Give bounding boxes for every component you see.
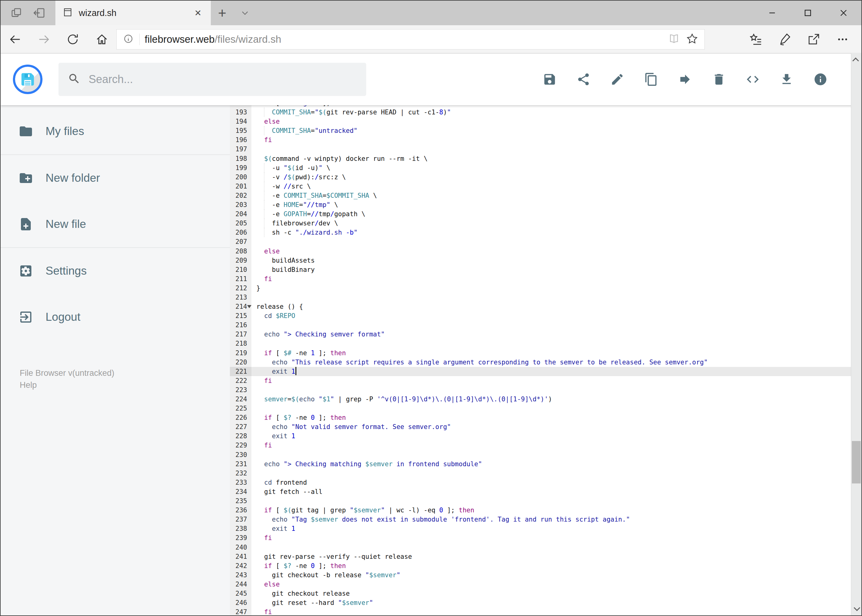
code-line[interactable] — [251, 469, 861, 478]
sidebar-item-settings[interactable]: Settings — [1, 248, 230, 294]
line-number[interactable]: 201 — [230, 182, 251, 191]
code-line[interactable]: COMMIT_SHA="untracked" — [251, 126, 861, 135]
code-line[interactable]: buildAssets — [251, 256, 861, 265]
line-number[interactable]: 221 — [230, 367, 251, 376]
search-box[interactable] — [58, 63, 366, 96]
code-line[interactable] — [251, 543, 861, 552]
line-number[interactable]: 214 — [230, 302, 251, 311]
code-line[interactable]: git fetch --all — [251, 487, 861, 497]
set-tabs-aside-icon[interactable] — [33, 6, 47, 20]
line-number[interactable]: 204 — [230, 209, 251, 218]
code-view-button[interactable] — [746, 72, 760, 86]
line-number[interactable]: 207 — [230, 237, 251, 246]
new-tab-button[interactable]: + — [211, 1, 233, 25]
code-line[interactable]: if [ $(git tag | grep "$semver" | wc -l)… — [251, 506, 861, 515]
line-number[interactable]: 236 — [230, 506, 251, 515]
line-number[interactable]: 219 — [230, 349, 251, 358]
code-line[interactable]: if [ $? -ne 0 ]; then — [251, 561, 861, 570]
line-number[interactable]: 193 — [230, 108, 251, 117]
share-icon[interactable] — [799, 25, 828, 53]
code-line[interactable]: fi — [251, 533, 861, 542]
line-number[interactable]: 203 — [230, 200, 251, 209]
line-number[interactable]: 220 — [230, 358, 251, 367]
help-link[interactable]: Help — [20, 379, 230, 391]
line-number[interactable]: 237 — [230, 515, 251, 524]
code-line[interactable]: echo "> Checking semver format" — [251, 330, 861, 339]
code-line[interactable] — [251, 404, 861, 413]
line-number[interactable]: 227 — [230, 422, 251, 432]
line-number[interactable]: 241 — [230, 552, 251, 561]
code-line[interactable]: -e HOME="//tmp" \ — [251, 200, 861, 209]
url-text[interactable]: filebrowser.web/files/wizard.sh — [145, 33, 663, 45]
line-number[interactable]: 246 — [230, 598, 251, 607]
fold-arrow-icon[interactable] — [247, 305, 251, 308]
code-line[interactable] — [251, 339, 861, 348]
line-number[interactable]: 239 — [230, 533, 251, 542]
scroll-up-icon[interactable] — [851, 53, 861, 67]
back-button[interactable] — [1, 25, 30, 53]
line-number[interactable]: 224 — [230, 394, 251, 404]
download-button[interactable] — [780, 72, 794, 86]
code-line[interactable]: git rev-parse --verify --quiet release — [251, 552, 861, 561]
line-number[interactable]: 232 — [230, 469, 251, 478]
line-number[interactable]: 194 — [230, 117, 251, 126]
line-number[interactable]: 223 — [230, 385, 251, 394]
edit-button[interactable] — [610, 72, 624, 86]
code-line[interactable]: release () { — [251, 302, 861, 311]
line-number[interactable]: 218 — [230, 339, 251, 348]
sidebar-item-my-files[interactable]: My files — [1, 108, 230, 154]
code-line[interactable]: else — [251, 580, 861, 589]
line-number[interactable]: 230 — [230, 450, 251, 459]
info-button[interactable] — [813, 72, 827, 86]
code-line[interactable]: fi — [251, 607, 861, 615]
code-line[interactable]: if [ $? -ne 0 ]; then — [251, 413, 861, 422]
more-icon[interactable] — [828, 25, 857, 53]
code-line[interactable]: if [ -d ".git" ]; then — [251, 105, 861, 108]
tab-preview-icon[interactable] — [9, 6, 24, 20]
favorite-star-icon[interactable] — [686, 32, 699, 47]
line-number[interactable]: 234 — [230, 487, 251, 497]
line-number[interactable]: 242 — [230, 561, 251, 570]
code-line[interactable] — [251, 450, 861, 459]
code-line[interactable]: } — [251, 284, 861, 293]
sidebar-item-logout[interactable]: Logout — [1, 294, 230, 340]
line-number[interactable]: 243 — [230, 570, 251, 580]
annotate-pen-icon[interactable] — [770, 25, 799, 53]
line-number[interactable]: 245 — [230, 589, 251, 598]
line-number[interactable]: 216 — [230, 321, 251, 330]
code-line[interactable]: -u "$(id -u)" \ — [251, 163, 861, 173]
code-line[interactable]: semver=$(echo "$1" | grep -P '^v(0|[1-9]… — [251, 394, 861, 404]
copy-button[interactable] — [644, 72, 658, 86]
line-number[interactable]: 197 — [230, 145, 251, 154]
delete-button[interactable] — [712, 72, 726, 86]
line-number[interactable]: 192 — [230, 105, 251, 108]
line-number[interactable]: 225 — [230, 404, 251, 413]
line-number[interactable]: 213 — [230, 293, 251, 302]
tab-close-icon[interactable]: ✕ — [192, 8, 204, 18]
line-number[interactable]: 215 — [230, 311, 251, 321]
browser-tab[interactable]: wizard.sh ✕ — [55, 1, 211, 25]
save-button[interactable] — [542, 72, 557, 86]
line-number[interactable]: 228 — [230, 432, 251, 441]
line-number[interactable]: 222 — [230, 376, 251, 385]
line-number[interactable]: 208 — [230, 247, 251, 256]
line-number[interactable]: 247 — [230, 607, 251, 615]
code-line[interactable]: exit 1 — [251, 432, 861, 441]
code-line[interactable]: git checkout -b release "$semver" — [251, 570, 861, 580]
code-line[interactable] — [251, 145, 861, 154]
line-number[interactable]: 240 — [230, 543, 251, 552]
code-line[interactable]: fi — [251, 441, 861, 450]
code-editor[interactable]: 192 if [ -d ".git" ]; then193 COMMIT_SHA… — [230, 105, 861, 615]
code-line[interactable]: fi — [251, 135, 861, 145]
code-line[interactable]: git checkout release — [251, 589, 861, 598]
line-number[interactable]: 217 — [230, 330, 251, 339]
code-line[interactable]: -e COMMIT_SHA=$COMMIT_SHA \ — [251, 191, 861, 200]
maximize-button[interactable] — [790, 1, 826, 25]
reading-view-icon[interactable] — [668, 32, 681, 46]
line-number[interactable]: 211 — [230, 274, 251, 284]
code-line[interactable]: echo "Not valid semver format. See semve… — [251, 422, 861, 432]
code-line[interactable]: sh -c "./wizard.sh -b" — [251, 228, 861, 237]
code-line[interactable]: exit 1 — [251, 367, 861, 376]
code-line[interactable]: exit 1 — [251, 524, 861, 533]
code-line[interactable] — [251, 321, 861, 330]
